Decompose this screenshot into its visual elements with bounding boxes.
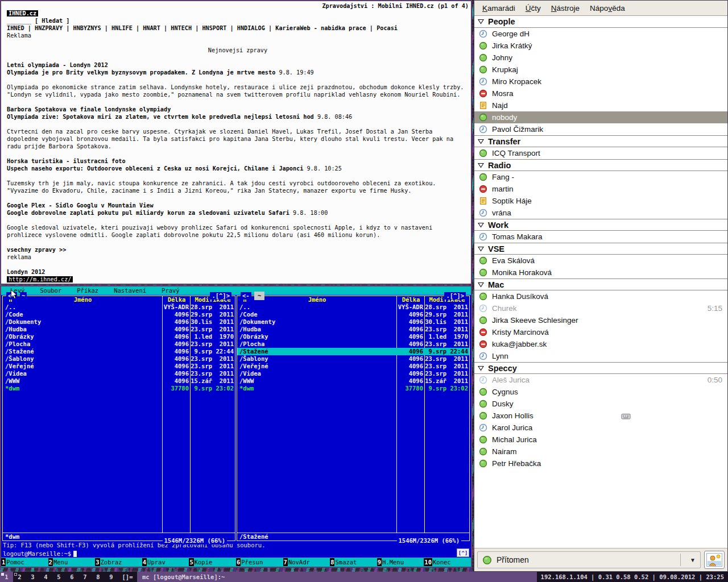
panel-up-button[interactable]: .[^]> [444, 292, 466, 300]
collapse-triangle-icon[interactable] [478, 365, 484, 371]
collapse-triangle-icon[interactable] [478, 282, 484, 288]
file-row[interactable]: /Code 4096 29.srp 2011 [3, 311, 235, 318]
file-row[interactable]: /Videa 4096 23.srp 2011 [237, 370, 469, 377]
buddy-row[interactable]: Kristy Marcinová [474, 326, 727, 338]
file-row[interactable]: *dwm 37780 9.srp 23:02 [237, 385, 469, 392]
file-row[interactable]: /Hudba 4096 23.srp 2011 [237, 326, 469, 333]
buddy-row[interactable]: Jaxon Hollis [474, 410, 727, 422]
file-row[interactable]: /Plocha 4096 23.srp 2011 [237, 340, 469, 348]
dwm-tag[interactable]: 1 [0, 572, 13, 582]
article-kicker-link[interactable]: Horska turistika - ilustracni foto [7, 157, 469, 165]
buddy-row[interactable]: Fang - [474, 171, 727, 183]
file-row[interactable]: /WWW 4096 15.zář 2011 [3, 377, 235, 385]
pidgin-menu-item[interactable]: Účty [520, 4, 546, 13]
file-row[interactable]: /Plocha 4096 23.srp 2011 [3, 340, 235, 348]
ihned-logo-link[interactable]: IHNED.cz [7, 10, 38, 16]
buddy-group-header[interactable]: Mac [474, 278, 727, 290]
buddy-group-header[interactable]: Radio [474, 159, 727, 171]
fkey-button[interactable]: 7NovAdr [283, 558, 330, 566]
collapse-triangle-icon[interactable] [478, 246, 484, 252]
dwm-tag[interactable]: 9 [105, 572, 118, 582]
article-kicker-link[interactable]: Google Plex - Sidlo Googlu v Mountain Vi… [7, 202, 469, 209]
file-row[interactable]: /Šablony 4096 23.srp 2011 [237, 355, 469, 363]
chevron-down-icon[interactable]: ▼ [685, 557, 700, 563]
pidgin-menu-item[interactable]: Nástroje [546, 4, 585, 13]
buddy-group-header[interactable]: People [474, 16, 727, 28]
buddy-row[interactable]: martin [474, 183, 727, 195]
buddy-row[interactable]: Dusky [474, 398, 727, 410]
buddy-row[interactable]: Krupkaj [474, 64, 727, 76]
buddy-row[interactable]: Miro Kropacek [474, 76, 727, 88]
file-row[interactable]: /Stažené 4096 9.srp 22:44 [3, 348, 235, 355]
buddy-row[interactable]: Churek 5:15 [474, 302, 727, 314]
buddy-row[interactable]: Nairam [474, 446, 727, 458]
file-row[interactable]: /Hudba 4096 23.srp 2011 [3, 326, 235, 333]
mc-menu-item[interactable]: Pravý [162, 287, 180, 294]
buddy-row[interactable]: George dH [474, 28, 727, 40]
dwm-layout-symbol[interactable]: []= [118, 572, 137, 582]
mc-menu-item[interactable]: Soubor [40, 287, 61, 294]
buddy-row[interactable]: Michal Jurica [474, 434, 727, 446]
column-name[interactable]: Jméno [308, 296, 326, 303]
fkey-button[interactable]: 4Uprav [142, 558, 189, 566]
buddy-row[interactable]: Petr Hřebačka [474, 458, 727, 469]
buddy-row[interactable]: Johny [474, 52, 727, 64]
buddy-row[interactable]: Hanka Dusíková [474, 290, 727, 302]
panel-column-headers[interactable]: 'nJméno Délka Modifikace [237, 296, 469, 304]
fkey-button[interactable]: 2Menu [48, 558, 96, 566]
collapse-triangle-icon[interactable] [478, 19, 484, 24]
buddy-row[interactable]: Tomas Makara [474, 231, 727, 243]
column-name[interactable]: Jméno [74, 296, 92, 303]
fkey-button[interactable]: 9H.Menu [377, 558, 424, 566]
collapse-triangle-icon[interactable] [478, 139, 484, 144]
buddy-row[interactable]: nobody [474, 111, 727, 123]
fkey-button[interactable]: 6Přesun [236, 558, 283, 566]
collapse-triangle-icon[interactable] [478, 222, 484, 228]
file-row[interactable]: /Veřejné 4096 23.srp 2011 [3, 363, 235, 370]
buddy-row[interactable]: Soptík Háje [474, 195, 727, 207]
column-size[interactable]: Délka [163, 296, 191, 304]
search-input[interactable]: _______ [7, 18, 35, 24]
buddy-group-header[interactable]: VSE [474, 243, 727, 255]
panel-history-button[interactable]: <- [241, 292, 251, 300]
article-kicker-link[interactable]: Letni olympiada - Londyn 2012 [7, 61, 469, 69]
pidgin-menu-item[interactable]: Nápověda [585, 4, 630, 13]
panel-up-button[interactable]: .[^]> [210, 292, 231, 300]
fkey-button[interactable]: 5Kopie [189, 558, 236, 566]
file-row[interactable]: /Obrázky 4096 1.led 1970 [237, 333, 469, 340]
file-row[interactable]: /Code 4096 29.srp 2011 [237, 311, 469, 318]
panel-path[interactable]: ~ [254, 292, 264, 300]
dwm-tag[interactable]: 7 [78, 572, 92, 582]
mc-menu-item[interactable]: Nastavení [114, 287, 146, 294]
file-row[interactable]: /Stažené 4096 9.srp 22:44 [237, 348, 469, 355]
mc-menu-item[interactable]: Příkaz [77, 287, 98, 294]
status-selector[interactable]: Přítomen ▼ [477, 551, 701, 568]
buddy-row[interactable]: Jirka Krátký [474, 40, 727, 52]
dwm-tag[interactable]: 2 [13, 572, 26, 582]
all-news-link[interactable]: vsechny zpravy >> [7, 246, 469, 253]
buddy-row[interactable]: Pavol Čižmarik [474, 123, 727, 135]
collapse-triangle-icon[interactable] [478, 163, 484, 168]
buddy-row[interactable]: Jirka Skeeve Schlesinger [474, 314, 727, 326]
dwm-tag[interactable]: 3 [26, 572, 39, 582]
buddy-row[interactable]: Aleš Jurica 0:50 [474, 374, 727, 386]
buddy-row[interactable]: Mosra [474, 88, 727, 99]
fkey-button[interactable]: 3Zobraz [95, 558, 142, 566]
file-row[interactable]: /Videa 4096 23.srp 2011 [3, 370, 235, 377]
buddy-row[interactable]: ICQ Transport [474, 147, 727, 159]
pidgin-menu-item[interactable]: Kamarádi [477, 4, 520, 13]
file-row[interactable]: *dwm 37780 9.srp 23:02 [3, 385, 235, 392]
buddy-row[interactable]: Karol Jurica [474, 422, 727, 434]
panel-column-headers[interactable]: 'nJméno Délka Modifikace [3, 296, 235, 304]
buddy-row[interactable]: Eva Skálová [474, 255, 727, 267]
buddy-group-header[interactable]: Work [474, 219, 727, 231]
buddy-icon-button[interactable] [704, 551, 725, 569]
search-button[interactable]: [ Hledat ] [35, 18, 69, 24]
fkey-button[interactable]: 1Pomoc [1, 558, 48, 566]
buddy-row[interactable]: Lynn [474, 350, 727, 362]
buddy-group-header[interactable]: Speccy [474, 362, 727, 374]
dwm-tag[interactable]: 4 [39, 572, 52, 582]
scroll-up-button[interactable]: [^] [457, 548, 469, 557]
panel-path[interactable]: ~ [20, 292, 27, 300]
article-headline-link[interactable]: Olympiada zive: Spotakova miri za zlatem… [7, 113, 469, 120]
